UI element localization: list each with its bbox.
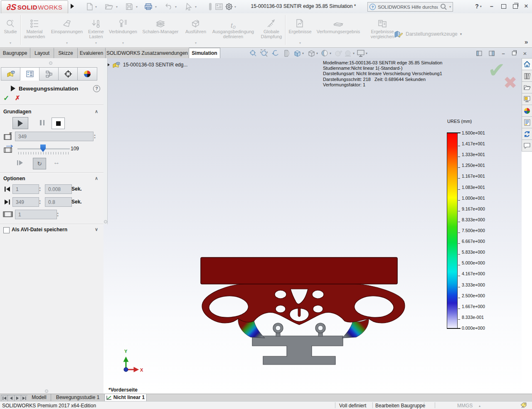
- appearances-tab[interactable]: [77, 67, 97, 81]
- toggle-pill-icon[interactable]: [206, 2, 215, 11]
- panel-splitter-handle[interactable]: [45, 389, 48, 393]
- collapse-left-pane-icon[interactable]: [475, 49, 484, 57]
- save-dropdown-icon[interactable]: ▾: [136, 5, 138, 9]
- tab-baugruppe[interactable]: Baugruppe: [0, 48, 30, 59]
- graphics-viewport[interactable]: 15-000136-03 SENTIR edg... Modellname:15…: [103, 58, 522, 394]
- dropdown-icon[interactable]: ▾: [122, 41, 124, 47]
- dropdown-icon[interactable]: ▾: [330, 51, 331, 55]
- view-palette-button[interactable]: [522, 93, 532, 105]
- ribbon-button-globale-daempfung[interactable]: Globale Dämpfung: [258, 14, 285, 47]
- search-input[interactable]: SOLIDWORKS Hilfe durchsuchen: [378, 5, 438, 10]
- doc-restore-button[interactable]: [510, 49, 519, 57]
- tab-layout[interactable]: Layout: [30, 48, 54, 59]
- zoom-area-icon[interactable]: [260, 49, 268, 57]
- collapse-right-pane-icon[interactable]: [487, 49, 496, 57]
- start-frame-spinner[interactable]: ▴▾: [37, 184, 43, 193]
- display-tools-button[interactable]: Darstellungswerkzeuge ▾: [394, 30, 462, 38]
- new-dropdown-icon[interactable]: ▾: [95, 5, 97, 9]
- confirm-cancel-button[interactable]: ✖: [503, 73, 517, 92]
- tab-nicht-linear[interactable]: Nicht linear 1: [105, 394, 147, 401]
- units-selector[interactable]: MMGS: [457, 403, 473, 409]
- tab-simulation[interactable]: Simulation: [189, 48, 220, 59]
- doc-minimize-button[interactable]: –: [499, 49, 508, 57]
- edit-appearance-icon[interactable]: [334, 49, 342, 57]
- pm-ok-button[interactable]: ✓: [3, 94, 9, 103]
- section-view-icon[interactable]: [283, 49, 291, 57]
- reciprocate-playback-button[interactable]: ↔: [53, 159, 60, 166]
- pause-button[interactable]: [40, 120, 44, 125]
- section-grundlagen[interactable]: Grundlagen: [3, 109, 31, 115]
- ribbon-button-studie[interactable]: Studie ▾: [1, 14, 20, 47]
- tab-evaluieren[interactable]: Evaluieren: [78, 48, 106, 59]
- splitter-handle[interactable]: [104, 220, 107, 223]
- previous-view-icon[interactable]: [271, 49, 279, 57]
- expand-chevron-icon[interactable]: ∨: [95, 227, 98, 232]
- dropdown-icon[interactable]: ▾: [66, 41, 68, 47]
- frame-count-spinner[interactable]: ▴▾: [92, 131, 98, 141]
- dropdown-icon[interactable]: ▾: [302, 51, 304, 55]
- tab-zusatzanwendungen[interactable]: SOLIDWORKS Zusatzanwendungen: [106, 48, 189, 59]
- zoom-fit-icon[interactable]: [249, 49, 257, 57]
- stop-button[interactable]: [52, 118, 65, 129]
- open-document-icon[interactable]: [105, 2, 114, 11]
- ribbon-button-ergebnisse[interactable]: Ergebnisse ▾: [288, 14, 313, 47]
- new-document-icon[interactable]: [85, 2, 94, 11]
- expand-panes-button[interactable]: [499, 2, 509, 11]
- units-dropdown-icon[interactable]: ▴: [479, 404, 480, 408]
- tab-modell[interactable]: Modell: [27, 394, 51, 401]
- forum-button[interactable]: [522, 140, 532, 152]
- dropdown-icon[interactable]: ▾: [316, 51, 318, 55]
- ribbon-button-externe-lasten[interactable]: Externe Lasten ▾: [86, 14, 106, 47]
- playback-speed-field[interactable]: 1: [15, 210, 57, 219]
- print-dropdown-icon[interactable]: ▾: [155, 5, 157, 9]
- configuration-manager-tab[interactable]: [39, 67, 59, 81]
- resources-home-button[interactable]: [522, 58, 532, 70]
- collapse-chevron-icon[interactable]: ∧: [95, 109, 98, 114]
- viewport-tree-item[interactable]: 15-000136-03 SENTIR edg...: [107, 61, 187, 68]
- frame-count-field[interactable]: 349: [15, 132, 94, 141]
- next-tab-button[interactable]: [14, 395, 21, 402]
- view-orientation-icon[interactable]: ▾: [293, 49, 304, 57]
- edit-mode-label[interactable]: Bearbeiten Baugruppe: [375, 403, 425, 409]
- open-dropdown-icon[interactable]: ▾: [116, 5, 118, 9]
- help-search-box[interactable]: ? SOLIDWORKS Hilfe durchsuchen ▾: [367, 2, 453, 12]
- tab-skizze[interactable]: Skizze: [54, 48, 78, 59]
- view-settings-icon[interactable]: ▾: [357, 49, 367, 57]
- last-tab-button[interactable]: [21, 395, 28, 402]
- select-dropdown-icon[interactable]: ▾: [195, 5, 197, 9]
- tag-icon[interactable]: [520, 402, 527, 409]
- properties-icon[interactable]: [214, 2, 224, 11]
- ribbon-overflow-button[interactable]: »: [525, 38, 528, 45]
- end-frame-spinner[interactable]: ▴▾: [37, 197, 43, 206]
- file-explorer-button[interactable]: [522, 82, 532, 93]
- ribbon-button-schalen-manager[interactable]: Schalen-Manager: [140, 14, 180, 47]
- section-optionen[interactable]: Optionen: [3, 176, 25, 181]
- select-cursor-icon[interactable]: [185, 2, 194, 11]
- previous-tab-button[interactable]: [7, 395, 15, 402]
- minimize-button[interactable]: –: [487, 2, 496, 11]
- apply-scene-icon[interactable]: ▾: [344, 49, 355, 57]
- dropdown-icon[interactable]: ▾: [366, 51, 367, 55]
- panel-viewport-splitter[interactable]: [103, 58, 108, 224]
- save-avi-checkbox[interactable]: [3, 227, 10, 233]
- search-icon[interactable]: [440, 3, 447, 10]
- dropdown-icon[interactable]: ▾: [10, 41, 11, 47]
- undo-dropdown-icon[interactable]: ▾: [175, 5, 177, 9]
- ribbon-button-verbindungen[interactable]: Verbindungen ▾: [107, 14, 139, 47]
- appearances-button[interactable]: [522, 105, 532, 117]
- restore-button[interactable]: [510, 2, 520, 11]
- timeline-slider-thumb[interactable]: [40, 144, 46, 152]
- ribbon-button-ausfuehren[interactable]: Ausführen ▾: [183, 14, 209, 47]
- doc-close-button[interactable]: ×: [520, 49, 530, 57]
- print-icon[interactable]: [144, 2, 153, 11]
- ribbon-button-verformungsergebnis[interactable]: Verformungsergebnis: [314, 14, 362, 47]
- tab-bewegungsstudie[interactable]: Bewegungsstudie 1: [51, 394, 105, 401]
- end-frame-field[interactable]: 349: [12, 197, 39, 207]
- dropdown-icon[interactable]: ▾: [299, 41, 301, 47]
- start-frame-field[interactable]: 1: [12, 184, 39, 194]
- propertymanager-tab[interactable]: [20, 67, 40, 81]
- featuremanager-tab[interactable]: [1, 67, 21, 81]
- play-button[interactable]: [12, 117, 28, 129]
- hide-show-items-icon[interactable]: ▾: [321, 49, 331, 57]
- first-tab-button[interactable]: [1, 395, 8, 402]
